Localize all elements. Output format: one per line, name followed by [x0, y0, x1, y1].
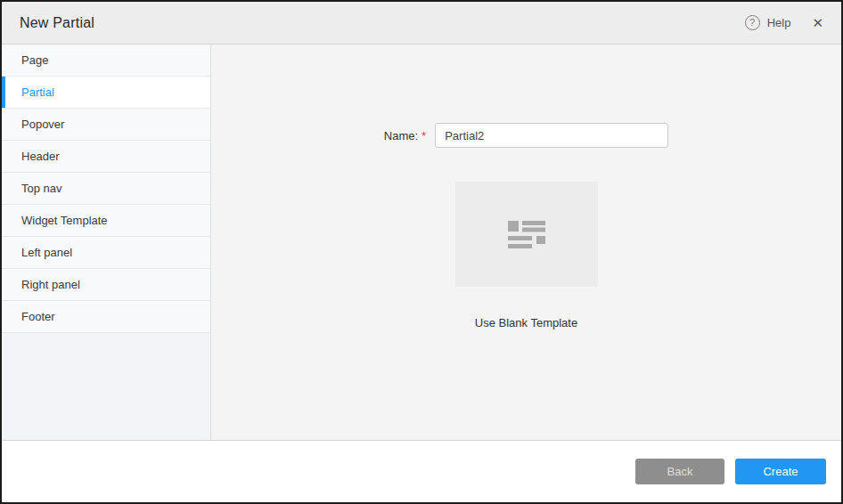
- sidebar-item-label: Left panel: [21, 246, 72, 259]
- sidebar-item-header[interactable]: Header: [2, 141, 210, 173]
- component-type-sidebar: Page Partial Popover Header Top nav Widg…: [2, 45, 211, 440]
- sidebar-item-label: Top nav: [21, 182, 62, 195]
- required-marker: *: [422, 129, 426, 142]
- sidebar-item-label: Page: [21, 53, 48, 67]
- sidebar-item-label: Partial: [21, 85, 54, 99]
- back-button[interactable]: Back: [635, 459, 724, 484]
- name-input[interactable]: [435, 123, 668, 148]
- sidebar-item-top-nav[interactable]: Top nav: [2, 173, 210, 205]
- sidebar-item-popover[interactable]: Popover: [2, 109, 210, 141]
- sidebar-item-label: Popover: [21, 118, 64, 131]
- help-icon[interactable]: ?: [745, 15, 760, 30]
- page-title: New Partial: [20, 15, 94, 31]
- close-icon[interactable]: ✕: [812, 16, 823, 29]
- sidebar-item-left-panel[interactable]: Left panel: [2, 237, 210, 269]
- name-field-row: Name: *: [384, 123, 668, 148]
- selected-indicator: [2, 77, 5, 108]
- dialog-body: Page Partial Popover Header Top nav Widg…: [2, 45, 841, 440]
- main-panel: Name: *: [211, 45, 841, 440]
- sidebar-item-partial[interactable]: Partial: [2, 77, 210, 109]
- new-partial-dialog: New Partial ? Help ✕ Page Partial Popove…: [0, 0, 843, 504]
- blank-template-card[interactable]: [455, 182, 598, 287]
- dialog-titlebar: New Partial ? Help ✕: [2, 2, 841, 45]
- sidebar-item-label: Right panel: [21, 278, 80, 291]
- sidebar-item-label: Widget Template: [21, 214, 108, 227]
- sidebar-item-footer[interactable]: Footer: [2, 301, 210, 333]
- use-blank-template-label[interactable]: Use Blank Template: [475, 316, 577, 329]
- sidebar-item-label: Footer: [21, 310, 55, 323]
- dialog-footer: Back Create: [2, 440, 841, 502]
- name-label: Name:: [384, 129, 418, 142]
- sidebar-item-page[interactable]: Page: [2, 45, 210, 77]
- help-label[interactable]: Help: [767, 16, 791, 29]
- sidebar-item-right-panel[interactable]: Right panel: [2, 269, 210, 301]
- sidebar-item-widget-template[interactable]: Widget Template: [2, 205, 210, 237]
- create-button[interactable]: Create: [735, 459, 826, 484]
- titlebar-actions: ? Help ✕: [745, 15, 823, 30]
- article-placeholder-icon: [508, 221, 545, 248]
- sidebar-item-label: Header: [21, 150, 60, 163]
- help-button[interactable]: ? Help: [745, 15, 791, 30]
